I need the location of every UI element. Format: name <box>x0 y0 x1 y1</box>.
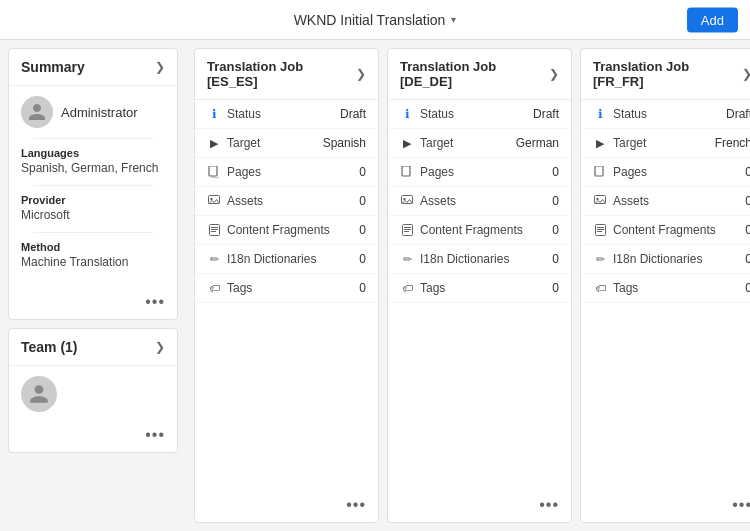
summary-card-footer: ••• <box>9 289 177 319</box>
svg-rect-15 <box>595 166 603 176</box>
tags-value: 0 <box>552 281 559 295</box>
target-label: Target <box>613 136 646 150</box>
content-fragments-value: 0 <box>552 223 559 237</box>
tags-value: 0 <box>359 281 366 295</box>
svg-point-10 <box>403 198 405 200</box>
target-icon: ▶ <box>593 136 607 150</box>
job-column-es: Translation Job [ES_ES] ❯ ℹ Status Draft… <box>194 48 379 523</box>
table-row: Content Fragments 0 <box>581 216 750 245</box>
job-de-more-button[interactable]: ••• <box>539 496 559 514</box>
add-button[interactable]: Add <box>687 7 738 32</box>
job-fr-chevron-icon[interactable]: ❯ <box>742 67 750 81</box>
job-de-footer: ••• <box>388 492 571 522</box>
content-fragments-value: 0 <box>359 223 366 237</box>
job-header-es: Translation Job [ES_ES] ❯ <box>195 49 378 100</box>
job-es-chevron-icon[interactable]: ❯ <box>356 67 366 81</box>
admin-row: Administrator <box>21 96 165 128</box>
job-column-fr: Translation Job [FR_FR] ❯ ℹ Status Draft… <box>580 48 750 523</box>
project-title: WKND Initial Translation <box>294 12 446 28</box>
team-member-avatar <box>21 376 57 412</box>
i18n-icon: ✏ <box>207 252 221 266</box>
table-row: Assets 0 <box>581 187 750 216</box>
team-title: Team (1) <box>21 339 78 355</box>
content-fragments-label: Content Fragments <box>420 223 523 237</box>
table-row: Content Fragments 0 <box>195 216 378 245</box>
assets-icon <box>593 194 607 208</box>
status-value: Draft <box>340 107 366 121</box>
tags-icon: 🏷 <box>400 281 414 295</box>
target-label: Target <box>227 136 260 150</box>
content-fragments-icon <box>207 223 221 237</box>
job-es-more-button[interactable]: ••• <box>346 496 366 514</box>
table-row: Pages 0 <box>581 158 750 187</box>
svg-point-3 <box>210 198 212 200</box>
info-icon: ℹ <box>593 107 607 121</box>
pages-icon <box>207 165 221 179</box>
job-fr-more-button[interactable]: ••• <box>732 496 750 514</box>
target-value: French <box>715 136 750 150</box>
target-value: Spanish <box>323 136 366 150</box>
assets-value: 0 <box>745 194 750 208</box>
table-row: 🏷 Tags 0 <box>388 274 571 303</box>
team-card-header: Team (1) ❯ <box>9 329 177 366</box>
svg-rect-8 <box>402 166 410 176</box>
table-row: Content Fragments 0 <box>388 216 571 245</box>
table-row: Pages 0 <box>195 158 378 187</box>
target-icon: ▶ <box>400 136 414 150</box>
i18n-value: 0 <box>745 252 750 266</box>
table-row: ▶ Target Spanish <box>195 129 378 158</box>
avatar <box>21 96 53 128</box>
method-block: Method Machine Translation <box>21 241 165 269</box>
table-row: ℹ Status Draft <box>195 100 378 129</box>
pages-value: 0 <box>359 165 366 179</box>
i18n-icon: ✏ <box>593 252 607 266</box>
target-value: German <box>516 136 559 150</box>
pages-value: 0 <box>552 165 559 179</box>
status-value: Draft <box>533 107 559 121</box>
provider-block: Provider Microsoft <box>21 194 165 222</box>
summary-more-button[interactable]: ••• <box>145 293 165 311</box>
i18n-icon: ✏ <box>400 252 414 266</box>
title-chevron-icon[interactable]: ▾ <box>451 14 456 25</box>
job-de-chevron-icon[interactable]: ❯ <box>549 67 559 81</box>
i18n-value: 0 <box>552 252 559 266</box>
assets-value: 0 <box>359 194 366 208</box>
left-panel: Summary ❯ Administrator Languages Spanis… <box>0 40 186 531</box>
content-fragments-label: Content Fragments <box>227 223 330 237</box>
table-row: ▶ Target French <box>581 129 750 158</box>
content-fragments-label: Content Fragments <box>613 223 716 237</box>
right-content: Translation Job [ES_ES] ❯ ℹ Status Draft… <box>186 40 750 531</box>
assets-label: Assets <box>613 194 649 208</box>
summary-title: Summary <box>21 59 85 75</box>
svg-rect-1 <box>211 177 219 178</box>
assets-label: Assets <box>227 194 263 208</box>
pages-value: 0 <box>745 165 750 179</box>
pages-icon <box>593 165 607 179</box>
table-row: 🏷 Tags 0 <box>581 274 750 303</box>
info-icon: ℹ <box>207 107 221 121</box>
table-row: Pages 0 <box>388 158 571 187</box>
job-card-fr: Translation Job [FR_FR] ❯ ℹ Status Draft… <box>580 48 750 523</box>
status-label: Status <box>227 107 261 121</box>
status-label: Status <box>613 107 647 121</box>
provider-label: Provider <box>21 194 165 206</box>
i18n-label: I18n Dictionaries <box>227 252 316 266</box>
team-more-button[interactable]: ••• <box>145 426 165 444</box>
job-fr-footer: ••• <box>581 492 750 522</box>
i18n-label: I18n Dictionaries <box>420 252 509 266</box>
target-label: Target <box>420 136 453 150</box>
topbar-title: WKND Initial Translation ▾ <box>294 12 457 28</box>
status-label: Status <box>420 107 454 121</box>
pages-label: Pages <box>420 165 454 179</box>
tags-value: 0 <box>745 281 750 295</box>
table-row: 🏷 Tags 0 <box>195 274 378 303</box>
team-chevron-icon[interactable]: ❯ <box>155 340 165 354</box>
table-row: Assets 0 <box>195 187 378 216</box>
job-header-fr: Translation Job [FR_FR] ❯ <box>581 49 750 100</box>
table-row: ℹ Status Draft <box>388 100 571 129</box>
i18n-value: 0 <box>359 252 366 266</box>
target-icon: ▶ <box>207 136 221 150</box>
summary-chevron-icon[interactable]: ❯ <box>155 60 165 74</box>
team-card: Team (1) ❯ ••• <box>8 328 178 453</box>
summary-card-header: Summary ❯ <box>9 49 177 86</box>
